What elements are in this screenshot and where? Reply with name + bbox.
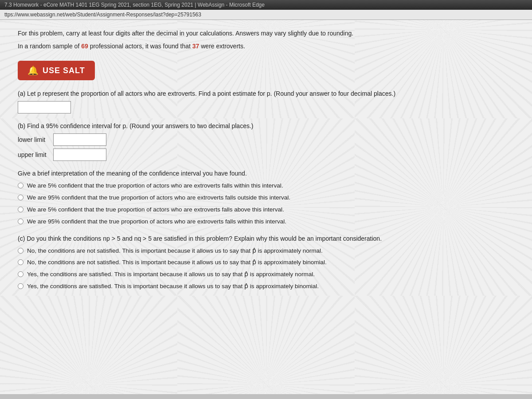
use-salt-button[interactable]: 🔔 USE SALT: [18, 61, 95, 80]
partc-option-1-text: No, the conditions are not satisfied. Th…: [27, 247, 323, 255]
interp-option-3[interactable]: We are 5% confident that the true propor…: [18, 206, 514, 214]
interp-option-2-text: We are 95% confident that the true propo…: [27, 194, 290, 202]
interpretation-section: Give a brief interpretation of the meani…: [18, 169, 514, 226]
partc-radio-1[interactable]: [18, 248, 23, 254]
interp-option-3-text: We are 5% confident that the true propor…: [27, 206, 284, 214]
title-text: 7.3 Homework - eCore MATH 1401 1EG Sprin…: [4, 2, 265, 8]
interpretation-prompt: Give a brief interpretation of the meani…: [18, 169, 514, 178]
upper-limit-label: upper limit: [18, 151, 53, 158]
part-b-label: (b) Find a 95% confidence interval for p…: [18, 121, 514, 131]
partc-option-4[interactable]: Yes, the conditions are satisfied. This …: [18, 282, 514, 291]
partc-radio-2[interactable]: [18, 259, 23, 265]
interp-option-2[interactable]: We are 95% confident that the true propo…: [18, 194, 514, 202]
title-bar: 7.3 Homework - eCore MATH 1401 1EG Sprin…: [0, 0, 532, 10]
partc-option-2-text: No, the conditions are not satisfied. Th…: [27, 258, 327, 267]
part-a-section: (a) Let p represent the proportion of al…: [18, 89, 514, 113]
lower-limit-input[interactable]: [53, 133, 106, 146]
intro-mid: professional actors, it was found that: [88, 43, 192, 50]
part-c-label: (c) Do you think the conditions np > 5 a…: [18, 234, 514, 243]
lower-limit-label: lower limit: [18, 136, 53, 143]
part-b-inputs: lower limit upper limit: [18, 133, 514, 161]
sample-n: 69: [81, 43, 88, 50]
salt-icon: 🔔: [27, 65, 39, 76]
interp-radio-2[interactable]: [18, 195, 23, 200]
part-b-section: (b) Find a 95% confidence interval for p…: [18, 121, 514, 161]
partc-option-3-text: Yes, the conditions are satisfied. This …: [27, 270, 315, 279]
intro-line2: In a random sample of 69 professional ac…: [18, 42, 514, 51]
part-a-input[interactable]: [18, 101, 71, 113]
interp-option-1-text: We are 5% confident that the true propor…: [27, 182, 283, 190]
partc-option-2[interactable]: No, the conditions are not satisfied. Th…: [18, 258, 514, 267]
upper-limit-input[interactable]: [53, 149, 106, 161]
url-text: ttps://www.webassign.net/web/Student/Ass…: [4, 12, 201, 18]
partc-option-3[interactable]: Yes, the conditions are satisfied. This …: [18, 270, 514, 279]
interp-option-4-text: We are 95% confident that the true propo…: [27, 218, 286, 226]
part-c-radio-group: No, the conditions are not satisfied. Th…: [18, 247, 514, 291]
intro-line1: For this problem, carry at least four di…: [18, 29, 514, 38]
interp-radio-4[interactable]: [18, 219, 23, 224]
part-a-label: (a) Let p represent the proportion of al…: [18, 89, 514, 98]
intro-pre: In a random sample of: [18, 43, 81, 50]
interp-radio-1[interactable]: [18, 183, 23, 188]
part-c-section: (c) Do you think the conditions np > 5 a…: [18, 234, 514, 291]
interpretation-radio-group: We are 5% confident that the true propor…: [18, 182, 514, 226]
partc-option-1[interactable]: No, the conditions are not satisfied. Th…: [18, 247, 514, 255]
partc-radio-4[interactable]: [18, 283, 23, 289]
partc-option-4-text: Yes, the conditions are satisfied. This …: [27, 282, 319, 291]
sample-x: 37: [192, 43, 200, 50]
interp-option-4[interactable]: We are 95% confident that the true propo…: [18, 218, 514, 226]
address-bar: ttps://www.webassign.net/web/Student/Ass…: [0, 10, 532, 20]
partc-radio-3[interactable]: [18, 271, 23, 277]
intro-post: were extroverts.: [199, 43, 245, 50]
interp-radio-3[interactable]: [18, 207, 23, 212]
main-content: For this problem, carry at least four di…: [0, 20, 532, 394]
use-salt-label: USE SALT: [43, 66, 85, 75]
interp-option-1[interactable]: We are 5% confident that the true propor…: [18, 182, 514, 190]
